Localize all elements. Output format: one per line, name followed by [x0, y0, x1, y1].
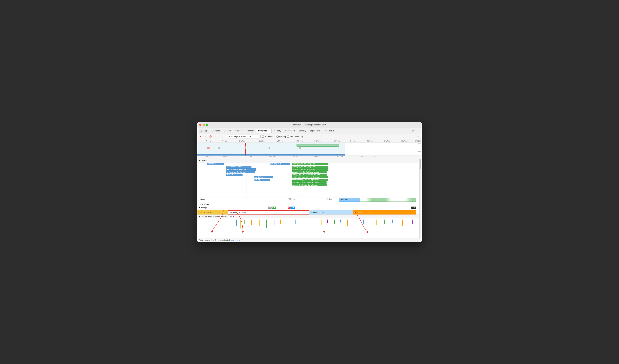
cpu-bar-5: [299, 147, 301, 149]
tab-network[interactable]: Network: [245, 129, 256, 133]
trash-icon[interactable]: 🗑: [300, 135, 304, 139]
memory-checkbox-group[interactable]: Memory: [277, 135, 286, 138]
mt-bar-2: [239, 220, 240, 228]
tab-memory[interactable]: Memory: [272, 129, 283, 133]
frames-vline-2: [292, 197, 292, 202]
r2-494: 494 ms: [205, 156, 211, 157]
net-item-4[interactable]: main.css ...: [226, 174, 242, 176]
net-item-14[interactable]: san-francisco.jpg (localhost.philipwalt.…: [292, 179, 328, 181]
screenshots-checkbox[interactable]: [262, 136, 264, 138]
mt-bar-21: [370, 220, 370, 223]
tab-sources[interactable]: Sources: [233, 129, 244, 133]
inspect-icon[interactable]: ⬚: [199, 129, 203, 133]
screenshots-checkbox-group[interactable]: Screenshots: [262, 135, 276, 138]
ttfb-section: Time to first byte Resource load delay R…: [197, 210, 419, 215]
url-text: localhost.philipwalton....: [228, 135, 249, 138]
net-item-8[interactable]: london.jpg (localhost.philipwalto...: [292, 163, 328, 165]
timings-toggle[interactable]: ▼: [199, 207, 200, 209]
net-item-12[interactable]: sydney.jpg (localhost.philipwalton.dev): [292, 174, 326, 176]
scrollbar-thumb[interactable]: [420, 159, 421, 169]
ruler-label-1994: 1994 ms: [259, 140, 265, 142]
mt-bar-17: [340, 220, 341, 223]
settings-icon-2[interactable]: ⚙: [416, 134, 420, 139]
ruler-label-5994: 5994 ms: [401, 140, 408, 142]
maximize-button[interactable]: [206, 124, 208, 126]
r2-2994: 2994 ms: [314, 156, 320, 157]
device-icon[interactable]: ⊡: [204, 129, 208, 133]
cpu-bar-3: [245, 146, 246, 149]
mt-vline-2: [292, 218, 292, 238]
overview-panel[interactable]: FPS CPU NET: [197, 143, 422, 156]
net-item-9[interactable]: london.jpg (localhost.philipwalto...: [292, 166, 328, 168]
close-button[interactable]: [199, 124, 201, 126]
more-icon[interactable]: ⋮: [416, 129, 420, 133]
tab-performance[interactable]: Performance: [256, 129, 272, 133]
ms-label-2: 500.0 ms: [326, 198, 332, 200]
tab-lighthouse[interactable]: Lighthouse: [308, 129, 322, 133]
net-item-6[interactable]: perf.js (l...: [254, 179, 270, 181]
network-toggle[interactable]: ▼: [199, 160, 200, 162]
fps-label-ov: FPS: [418, 143, 421, 145]
reload-button[interactable]: ↻: [204, 135, 207, 139]
tab-elements[interactable]: Elements: [210, 129, 222, 133]
cpu-bar-4: [268, 147, 270, 149]
ruler-label-1494: 1494 ms: [239, 140, 245, 142]
cpu-bar-1: [207, 147, 210, 149]
animation-label: Animation: [341, 198, 348, 200]
timings-section: ▼ Timings FP FCP L DCL LCP: [197, 206, 419, 210]
scrollbar-track[interactable]: [419, 159, 422, 238]
upload-button[interactable]: ↑: [215, 135, 219, 139]
record-button[interactable]: ●: [199, 135, 203, 139]
status-bar: Total blocking time: 0.00ms (estimated) …: [197, 238, 422, 242]
network-section-header: ▼ Network: [197, 159, 419, 163]
mt-bar-16: [334, 220, 335, 224]
tab-application[interactable]: Application: [283, 129, 297, 133]
mt-bar-22: [376, 220, 377, 225]
ruler-label-494: 494 ms: [205, 140, 211, 142]
url-dropdown[interactable]: localhost.philipwalton.... ▼: [226, 135, 259, 139]
mt-bar-23: [384, 220, 385, 224]
net-item-13[interactable]: amsterdam.jpg (localhost.philipwalton...…: [292, 176, 328, 178]
erd-label: Element render delay: [354, 211, 371, 213]
memory-checkbox[interactable]: [277, 136, 279, 138]
mt-bar-24: [393, 220, 393, 223]
mt-bar-25: [402, 220, 403, 226]
learn-more-link[interactable]: Learn more: [231, 239, 240, 241]
ruler-label-3994: 3994 ms: [334, 140, 340, 142]
net-item-0[interactable]: localhost.phi...: [207, 163, 224, 165]
net-item-10[interactable]: bangkok.jpg (localhost.philipwalt...: [292, 168, 328, 171]
mt-bar-26: [412, 220, 413, 224]
screenshots-label: Screenshots: [265, 135, 276, 138]
tab-recorder[interactable]: Recorder ▲: [322, 129, 337, 133]
web-vitals-checkbox[interactable]: [287, 136, 289, 138]
r2-1994: 1994 ms: [269, 156, 275, 157]
clear-button[interactable]: 🚫: [208, 135, 212, 139]
net-item-11[interactable]: venice.jpg (localhost.philipwalton.dev): [292, 171, 326, 173]
net-item-7[interactable]: photos.json (lo...: [270, 163, 290, 165]
separator-3: [260, 135, 261, 138]
minimize-button[interactable]: [203, 124, 205, 126]
settings-icon[interactable]: ⚙: [411, 129, 415, 133]
tab-bar: ⬚ ⊡ Elements Console Sources Network Per…: [197, 128, 422, 134]
red-vline: [246, 163, 246, 197]
mt-bar-5: [251, 220, 252, 225]
web-vitals-checkbox-group[interactable]: Web Vitals: [287, 135, 299, 138]
net-item-15[interactable]: tokyo.jpg (localhost.philipwalton.dev): [292, 181, 326, 184]
main-thread-toggle[interactable]: ▼: [199, 215, 200, 217]
mt-bar-20: [363, 220, 364, 224]
download-button[interactable]: ↓: [220, 135, 224, 139]
net-item-16[interactable]: paris.jpg (localhost.philipwalton.dev): [292, 184, 326, 186]
net-item-1[interactable]: opensans-latin-400.w...: [226, 166, 252, 168]
net-item-2[interactable]: opensans-latin-700.woff2 (l...: [226, 168, 256, 171]
interactions-toggle[interactable]: ▶: [199, 203, 200, 205]
ruler-label-3494: 3494 ms: [314, 140, 321, 142]
net-item-3[interactable]: bootstrap.css (localhos...: [226, 171, 255, 173]
interactions-label: Interactions: [200, 203, 209, 205]
tab-console[interactable]: Console: [222, 129, 233, 133]
tab-security[interactable]: Security: [297, 129, 308, 133]
net-item-5[interactable]: main.js (local...: [254, 176, 273, 178]
resource-load-delay-bar: Resource load delay: [228, 210, 309, 214]
frames-section: Frames 1050.0 ms 500.0 ms Animation: [197, 197, 419, 202]
ruler-label-2994: 2994 ms: [296, 140, 303, 142]
frames-label: Frames: [199, 199, 205, 201]
